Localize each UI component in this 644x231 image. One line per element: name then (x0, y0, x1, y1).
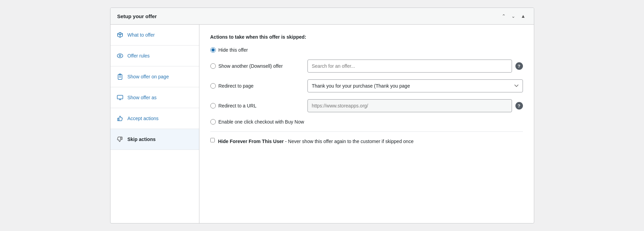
label-show-downsell[interactable]: Show another (Downsell) offer (210, 63, 299, 69)
scroll-down-button[interactable]: ⌄ (510, 13, 517, 20)
section-title: Actions to take when this offer is skipp… (210, 34, 523, 40)
panel-title: Setup your offer (117, 13, 157, 19)
panel-body: What to offer Offer rules (110, 25, 534, 223)
sidebar-label-what-to-offer: What to offer (128, 32, 155, 38)
svg-rect-10 (121, 137, 122, 140)
downsell-field-group: ? (307, 60, 523, 73)
radio-hide-offer[interactable] (210, 47, 216, 53)
thumbs-up-icon (117, 115, 123, 122)
collapse-button[interactable]: ▲ (520, 13, 527, 20)
sidebar-label-offer-rules: Offer rules (128, 53, 150, 59)
sidebar-label-show-offer-as: Show offer as (128, 95, 157, 100)
checkbox-hide-forever-row: Hide Forever From This User - Never show… (210, 138, 523, 145)
redirect-url-field-group: ? (307, 99, 523, 112)
redirect-url-input[interactable] (307, 99, 512, 112)
sidebar-label-accept-actions: Accept actions (128, 116, 159, 121)
sidebar-item-skip-actions[interactable]: Skip actions (110, 129, 199, 150)
label-hide-forever[interactable]: Hide Forever From This User - Never show… (218, 138, 414, 145)
sidebar-item-show-offer-as[interactable]: Show offer as (110, 87, 199, 108)
radio-show-downsell[interactable] (210, 63, 216, 69)
setup-offer-panel: Setup your offer ⌃ ⌄ ▲ What to offer (110, 8, 534, 223)
help-icon-downsell[interactable]: ? (515, 62, 523, 70)
panel-header: Setup your offer ⌃ ⌄ ▲ (110, 8, 534, 25)
label-hide-offer[interactable]: Hide this offer (210, 47, 299, 53)
svg-point-1 (119, 55, 121, 57)
eye-icon (117, 52, 123, 59)
sidebar-label-skip-actions: Skip actions (128, 137, 156, 142)
help-icon-url[interactable]: ? (515, 102, 523, 110)
label-enable-buynow[interactable]: Enable one click checkout with Buy Now (210, 119, 304, 125)
svg-rect-6 (117, 95, 122, 99)
option-redirect-page: Redirect to page Thank you for your purc… (210, 79, 523, 92)
search-offer-input[interactable] (307, 60, 512, 73)
svg-rect-9 (118, 118, 119, 121)
separator (210, 131, 523, 132)
radio-enable-buynow[interactable] (210, 119, 216, 125)
label-redirect-url[interactable]: Redirect to a URL (210, 103, 299, 108)
radio-redirect-page[interactable] (210, 83, 216, 89)
sidebar: What to offer Offer rules (110, 25, 199, 223)
option-redirect-url: Redirect to a URL ? (210, 99, 523, 112)
scroll-up-button[interactable]: ⌃ (500, 13, 507, 20)
sidebar-item-what-to-offer[interactable]: What to offer (110, 25, 199, 46)
box-icon (117, 31, 123, 38)
label-redirect-page[interactable]: Redirect to page (210, 83, 299, 89)
main-content: Actions to take when this offer is skipp… (199, 25, 534, 223)
svg-point-0 (117, 54, 122, 57)
option-hide-offer: Hide this offer (210, 47, 523, 53)
sidebar-label-show-offer-on-page: Show offer on page (128, 74, 169, 79)
redirect-page-field-group: Thank you for your purchase (Thank you p… (307, 79, 523, 92)
checkbox-hide-forever[interactable] (210, 138, 215, 142)
header-arrows: ⌃ ⌄ ▲ (500, 13, 527, 20)
redirect-page-select[interactable]: Thank you for your purchase (Thank you p… (307, 79, 523, 92)
sidebar-item-show-offer-on-page[interactable]: Show offer on page (110, 66, 199, 87)
sidebar-item-offer-rules[interactable]: Offer rules (110, 46, 199, 66)
monitor-icon (117, 94, 123, 101)
clipboard-icon (117, 73, 123, 80)
thumbs-down-icon (117, 136, 123, 143)
option-enable-buynow: Enable one click checkout with Buy Now (210, 119, 523, 125)
sidebar-item-accept-actions[interactable]: Accept actions (110, 108, 199, 129)
radio-redirect-url[interactable] (210, 103, 216, 108)
option-show-downsell: Show another (Downsell) offer ? (210, 60, 523, 73)
